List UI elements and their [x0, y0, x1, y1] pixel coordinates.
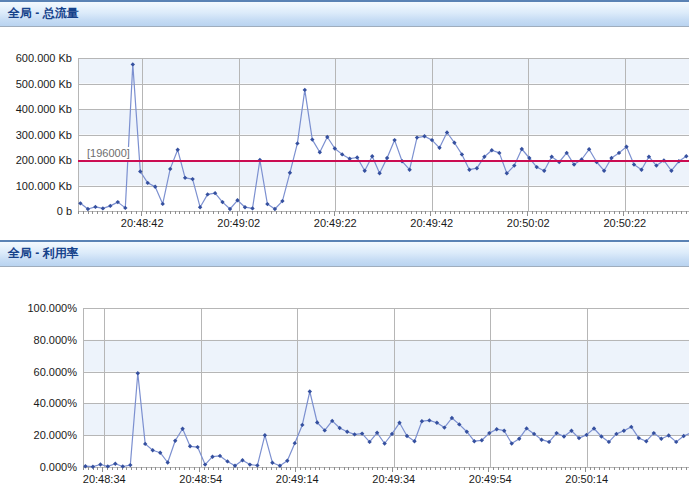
svg-text:100.000 Kb: 100.000 Kb	[16, 180, 72, 192]
svg-text:20:49:34: 20:49:34	[372, 473, 415, 485]
utilization-chart: 100.000%80.000%60.000%40.000%20.000%0.00…	[0, 290, 689, 497]
svg-text:20:49:14: 20:49:14	[276, 473, 319, 485]
svg-text:100.000%: 100.000%	[27, 302, 77, 314]
svg-text:20:49:22: 20:49:22	[314, 217, 357, 229]
svg-text:20:50:02: 20:50:02	[507, 217, 550, 229]
traffic-chart: [196000]600.000 Kb500.000 Kb400.000 Kb30…	[0, 40, 689, 235]
svg-text:60.000%: 60.000%	[34, 366, 78, 378]
panel-header-traffic: 全局 - 总流量	[0, 0, 689, 27]
svg-text:20.000%: 20.000%	[34, 429, 78, 441]
total-traffic-series-line	[80, 64, 686, 209]
svg-text:600.000 Kb: 600.000 Kb	[16, 52, 72, 64]
svg-text:300.000 Kb: 300.000 Kb	[16, 129, 72, 141]
svg-text:400.000 Kb: 400.000 Kb	[16, 103, 72, 115]
svg-text:20:49:54: 20:49:54	[469, 473, 512, 485]
svg-text:20:48:54: 20:48:54	[179, 473, 222, 485]
panel-header-utilization: 全局 - 利用率	[0, 240, 689, 267]
svg-text:20:50:14: 20:50:14	[565, 473, 608, 485]
svg-text:20:48:34: 20:48:34	[83, 473, 126, 485]
utilization-bands	[83, 340, 689, 435]
svg-text:20:50:22: 20:50:22	[603, 217, 646, 229]
utilization-y-tick-labels: 100.000%80.000%60.000%40.000%20.000%0.00…	[27, 302, 77, 473]
total-traffic-threshold-label: [196000]	[87, 147, 130, 159]
utilization-x-tick-labels: 20:48:3420:48:5420:49:1420:49:3420:49:54…	[83, 473, 608, 485]
total-traffic-y-tick-labels: 600.000 Kb500.000 Kb400.000 Kb300.000 Kb…	[16, 52, 72, 217]
svg-text:0 b: 0 b	[57, 205, 72, 217]
svg-text:0.000%: 0.000%	[40, 461, 78, 473]
svg-text:80.000%: 80.000%	[34, 334, 78, 346]
svg-text:500.000 Kb: 500.000 Kb	[16, 78, 72, 90]
monitoring-page: 全局 - 总流量 [196000]600.000 Kb500.000 Kb400…	[0, 0, 689, 497]
svg-text:20:49:42: 20:49:42	[410, 217, 453, 229]
svg-text:20:48:42: 20:48:42	[121, 217, 164, 229]
panel-title-traffic: 全局 - 总流量	[8, 6, 79, 20]
svg-text:200.000 Kb: 200.000 Kb	[16, 154, 72, 166]
svg-text:40.000%: 40.000%	[34, 397, 78, 409]
svg-text:20:49:02: 20:49:02	[217, 217, 260, 229]
total-traffic-x-tick-labels: 20:48:4220:49:0220:49:2220:49:4220:50:02…	[121, 217, 646, 229]
panel-title-utilization: 全局 - 利用率	[8, 246, 79, 260]
